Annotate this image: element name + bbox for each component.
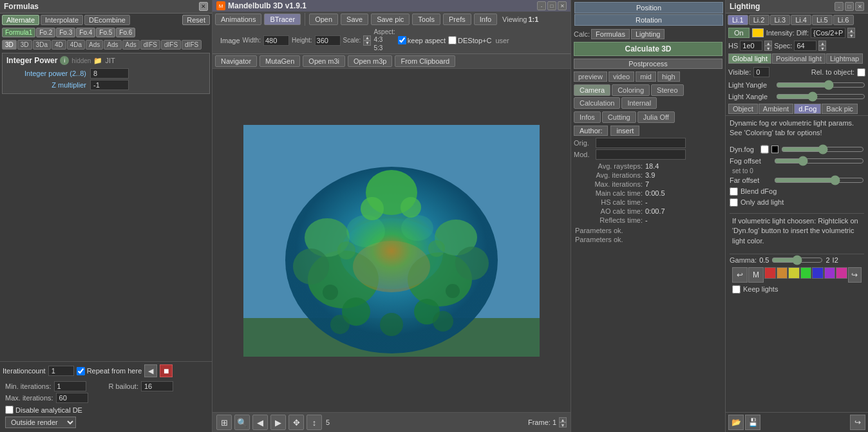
formulas-btn[interactable]: Formulas [591, 29, 630, 39]
disable-analytical-checkbox[interactable] [5, 406, 14, 414]
keep-lights-checkbox[interactable] [732, 285, 741, 294]
min-iter-input[interactable] [54, 381, 86, 391]
hs-down-arrow[interactable]: ▼ [764, 46, 772, 51]
formula-tab-2[interactable]: Fo.2 [36, 28, 55, 37]
tools-button[interactable]: Tools [412, 14, 440, 25]
dim-difs-2[interactable]: dIFS [161, 40, 181, 50]
light-tab-3[interactable]: Li.3 [770, 15, 791, 25]
reset-button[interactable]: Reset [182, 15, 210, 25]
height-input[interactable] [315, 35, 341, 46]
orig-input[interactable] [596, 138, 686, 148]
scale-up-button[interactable]: ▲ [363, 35, 371, 41]
lighting-btn[interactable]: Lighting [631, 29, 665, 39]
save-lighting-button[interactable]: 💾 [745, 415, 760, 430]
formula-tab-1[interactable]: Formula1 [2, 28, 35, 37]
tab-decombine[interactable]: DEcombine [84, 15, 130, 25]
dyn-fog-color-swatch[interactable] [771, 146, 778, 153]
positional-light-tab[interactable]: Positional light [772, 53, 826, 64]
dim-4d[interactable]: 4D [52, 40, 66, 50]
color-swatch-3[interactable] [800, 267, 812, 279]
nav-left-button[interactable]: ◀ [252, 415, 268, 430]
max-iter-input[interactable] [56, 393, 88, 403]
light-on-button[interactable]: On [728, 28, 750, 38]
prefs-button[interactable]: Prefs [443, 14, 471, 25]
maximize-button[interactable]: □ [547, 1, 556, 10]
folder-icon[interactable]: 📁 [93, 57, 102, 65]
global-light-tab[interactable]: Global light [728, 53, 771, 64]
light-tab-2[interactable]: Li.2 [749, 15, 769, 25]
light-tab-1[interactable]: Li.1 [728, 15, 748, 25]
arrow-left-button[interactable]: ◀ [144, 364, 157, 377]
spec-down-arrow[interactable]: ▼ [818, 46, 826, 51]
cutting-tab[interactable]: Cutting [602, 111, 636, 123]
color-swatch-5[interactable] [824, 267, 836, 279]
calculate-3d-button[interactable]: Calculate 3D [574, 42, 722, 56]
stop-button[interactable]: ■ [160, 364, 173, 377]
fog-offset-slider[interactable] [774, 156, 864, 165]
open-m3i-button[interactable]: Open m3i [303, 55, 345, 67]
dim-ads-2[interactable]: Ads [104, 40, 121, 50]
dim-ads-3[interactable]: Ads [122, 40, 140, 50]
iter-input[interactable] [48, 366, 74, 376]
scale-down-button[interactable]: ▼ [363, 41, 371, 46]
object-tab[interactable]: Object [728, 104, 758, 114]
color-m-button[interactable]: M [748, 267, 764, 283]
spec-up-arrow[interactable]: ▲ [818, 41, 826, 46]
color-swatch-1[interactable] [777, 267, 788, 279]
mod-input[interactable] [596, 149, 686, 160]
formula-tab-4[interactable]: Fo.4 [76, 28, 95, 37]
color-swatch-6[interactable] [836, 267, 847, 279]
color-swatch-4[interactable] [812, 267, 824, 279]
hs-up-arrow[interactable]: ▲ [764, 41, 772, 46]
spec-input[interactable] [794, 41, 816, 51]
navigator-button[interactable]: Navigator [215, 55, 257, 67]
julia-off-tab[interactable]: Julia Off [637, 111, 675, 123]
outside-render-select[interactable]: Outside render [5, 417, 76, 428]
frame-up-button[interactable]: ▲ [559, 417, 567, 422]
lighting-close-button[interactable]: ✕ [855, 2, 864, 11]
gamma-slider[interactable] [771, 256, 823, 265]
param-input-0[interactable] [90, 68, 129, 79]
formula-info-icon[interactable]: i [60, 56, 69, 65]
quality-mid[interactable]: mid [636, 71, 656, 82]
light-yangle-slider[interactable] [776, 80, 865, 89]
formula-tab-3[interactable]: Fo.3 [56, 28, 75, 37]
diff-up-arrow[interactable]: ▲ [847, 28, 855, 33]
visible-input[interactable] [753, 67, 769, 77]
formula-tab-5[interactable]: Fo.5 [96, 28, 115, 37]
dim-3da[interactable]: 3Da [33, 40, 51, 50]
light-tab-4[interactable]: Li.4 [791, 15, 811, 25]
light-xangle-slider[interactable] [776, 92, 865, 101]
formulas-close-button[interactable]: ✕ [199, 2, 208, 11]
open-button[interactable]: Open [309, 14, 338, 25]
coloring-tab[interactable]: Coloring [612, 84, 650, 96]
color-forward-button[interactable]: ↪ [848, 267, 862, 283]
dyn-fog-slider[interactable] [781, 145, 864, 154]
color-back-button[interactable]: ↩ [732, 267, 748, 283]
zoom-in-button[interactable]: 🔍 [234, 415, 250, 430]
far-offset-slider[interactable] [774, 176, 864, 185]
close-window-button[interactable]: ✕ [558, 1, 567, 10]
insert-button[interactable]: insert [610, 126, 639, 136]
light-color-swatch[interactable] [752, 28, 764, 37]
zoom-fit-button[interactable]: ⊞ [216, 415, 232, 430]
save-pic-button[interactable]: Save pic [371, 14, 410, 25]
dim-3d-1[interactable]: 3D [2, 40, 17, 50]
nav-zoom-button[interactable]: ↕ [307, 415, 322, 430]
frame-down-button[interactable]: ▼ [559, 422, 567, 427]
save-button[interactable]: Save [341, 14, 368, 25]
destop-checkbox[interactable] [448, 36, 457, 44]
width-input[interactable] [263, 35, 289, 46]
dim-ads-1[interactable]: Ads [86, 40, 103, 50]
formula-tab-6[interactable]: Fo.6 [116, 28, 135, 37]
repeat-checkbox[interactable] [77, 367, 85, 375]
dim-3d-2[interactable]: 3D [17, 40, 32, 50]
dim-4da[interactable]: 4Da [67, 40, 85, 50]
camera-tab[interactable]: Camera [574, 84, 610, 96]
color-swatch-2[interactable] [788, 267, 800, 279]
stereo-tab[interactable]: Stereo [651, 84, 683, 96]
animations-button[interactable]: Animations [215, 14, 261, 25]
lighting-arrow-button[interactable]: ↪ [850, 415, 865, 430]
mutagen-button[interactable]: MutaGen [259, 55, 300, 67]
tab-interpolate[interactable]: Interpolate [41, 15, 83, 25]
